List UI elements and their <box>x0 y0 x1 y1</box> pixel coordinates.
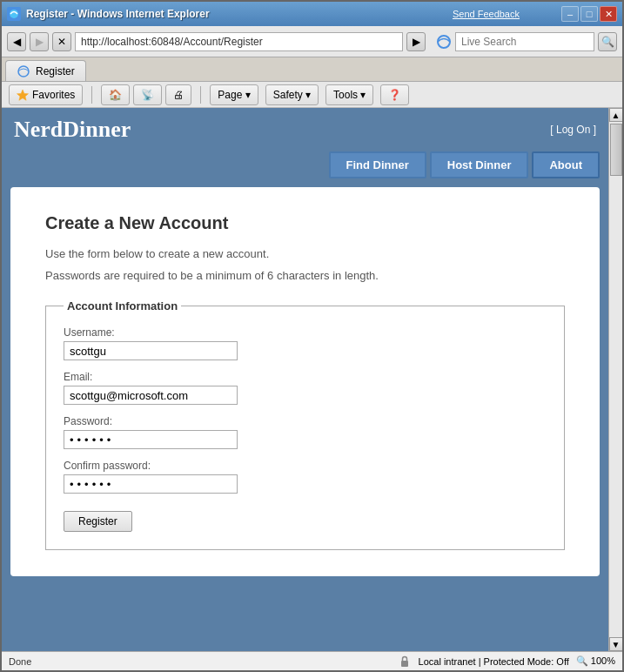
favorites-label: Favorites <box>32 89 75 101</box>
tools-button[interactable]: Tools ▾ <box>325 84 373 105</box>
content-area: NerdDinner [ Log On ] Find Dinner Host D… <box>2 108 622 651</box>
confirm-password-input[interactable] <box>64 474 238 494</box>
confirm-password-label: Confirm password: <box>64 460 547 472</box>
nav-buttons: Find Dinner Host Dinner About <box>10 151 600 178</box>
password-label: Password: <box>64 415 547 427</box>
page-heading: Create a New Account <box>45 213 565 233</box>
page-header: NerdDinner [ Log On ] <box>10 117 600 143</box>
print-button[interactable]: 🖨 <box>165 84 191 105</box>
confirm-password-group: Confirm password: <box>64 460 547 494</box>
security-icon <box>398 655 412 669</box>
svg-point-2 <box>18 66 29 77</box>
star-icon <box>17 89 29 101</box>
password-input[interactable] <box>64 430 238 449</box>
ie-logo-icon <box>436 35 452 49</box>
ie-toolbar: Favorites 🏠 📡 🖨 Page ▾ Safety ▾ Tools ▾ … <box>2 82 622 108</box>
toolbar-separator-2 <box>200 86 201 104</box>
tabs-bar: Register <box>2 57 622 82</box>
svg-rect-4 <box>401 661 408 667</box>
ie-icon <box>7 7 21 21</box>
scroll-down-arrow[interactable]: ▼ <box>609 637 623 651</box>
maximize-button[interactable]: □ <box>580 6 598 22</box>
login-link[interactable]: [ Log On ] <box>550 124 596 136</box>
browser-tab-register[interactable]: Register <box>5 60 86 81</box>
rss-button[interactable]: 📡 <box>133 84 162 105</box>
title-bar: Register - Windows Internet Explorer Sen… <box>2 2 622 26</box>
email-label: Email: <box>64 371 547 383</box>
register-button[interactable]: Register <box>64 511 132 532</box>
username-input[interactable] <box>64 341 238 360</box>
password-group: Password: <box>64 415 547 449</box>
page-scroll-container[interactable]: NerdDinner [ Log On ] Find Dinner Host D… <box>2 108 608 651</box>
zone-text: Local intranet | Protected Mode: Off <box>419 656 569 667</box>
page-wrapper: NerdDinner [ Log On ] Find Dinner Host D… <box>2 108 608 651</box>
site-title: NerdDinner <box>14 117 131 143</box>
browser-window: Register - Windows Internet Explorer Sen… <box>0 0 624 672</box>
status-bar: Done Local intranet | Protected Mode: Of… <box>2 651 622 670</box>
status-text: Done <box>9 656 31 667</box>
tab-icon <box>17 64 30 78</box>
scroll-up-arrow[interactable]: ▲ <box>609 108 623 122</box>
zoom-text: 🔍 100% <box>576 655 615 667</box>
search-input[interactable] <box>455 32 594 51</box>
forward-button[interactable]: ▶ <box>30 32 49 51</box>
main-content-box: Create a New Account Use the form below … <box>10 187 600 576</box>
search-button[interactable]: 🔍 <box>598 32 617 51</box>
refresh-stop-button[interactable]: ✕ <box>52 32 71 51</box>
tab-label: Register <box>36 65 75 77</box>
address-input[interactable] <box>75 32 403 51</box>
minimize-button[interactable]: – <box>561 6 579 22</box>
home-button[interactable]: 🏠 <box>101 84 130 105</box>
vertical-scrollbar: ▲ ▼ <box>608 108 622 651</box>
address-bar: ◀ ▶ ✕ ▶ 🔍 <box>2 26 622 57</box>
go-button[interactable]: ▶ <box>406 32 426 51</box>
email-input[interactable] <box>64 386 238 405</box>
username-label: Username: <box>64 326 547 339</box>
description-text-2: Passwords are required to be a minimum o… <box>45 269 565 282</box>
send-feedback-link[interactable]: Send Feedback <box>453 9 520 19</box>
status-right: Local intranet | Protected Mode: Off 🔍 1… <box>398 655 615 669</box>
toolbar-separator <box>91 86 92 104</box>
host-dinner-button[interactable]: Host Dinner <box>430 151 529 178</box>
scroll-thumb[interactable] <box>610 124 622 176</box>
favorites-button[interactable]: Favorites <box>9 84 83 105</box>
page-button[interactable]: Page ▾ <box>210 84 258 105</box>
email-group: Email: <box>64 371 547 405</box>
help-button[interactable]: ❓ <box>380 84 409 105</box>
description-text-1: Use the form below to create a new accou… <box>45 247 565 260</box>
svg-marker-3 <box>17 90 29 100</box>
about-button[interactable]: About <box>532 151 600 178</box>
safety-button[interactable]: Safety ▾ <box>265 84 319 105</box>
back-button[interactable]: ◀ <box>7 32 26 51</box>
svg-point-1 <box>438 36 450 48</box>
account-fieldset: Account Information Username: Email: Pas… <box>45 299 565 550</box>
window-title: Register - Windows Internet Explorer <box>26 8 210 20</box>
username-group: Username: <box>64 326 547 360</box>
close-button[interactable]: ✕ <box>600 6 617 22</box>
find-dinner-button[interactable]: Find Dinner <box>329 151 426 178</box>
fieldset-legend: Account Information <box>64 299 181 312</box>
